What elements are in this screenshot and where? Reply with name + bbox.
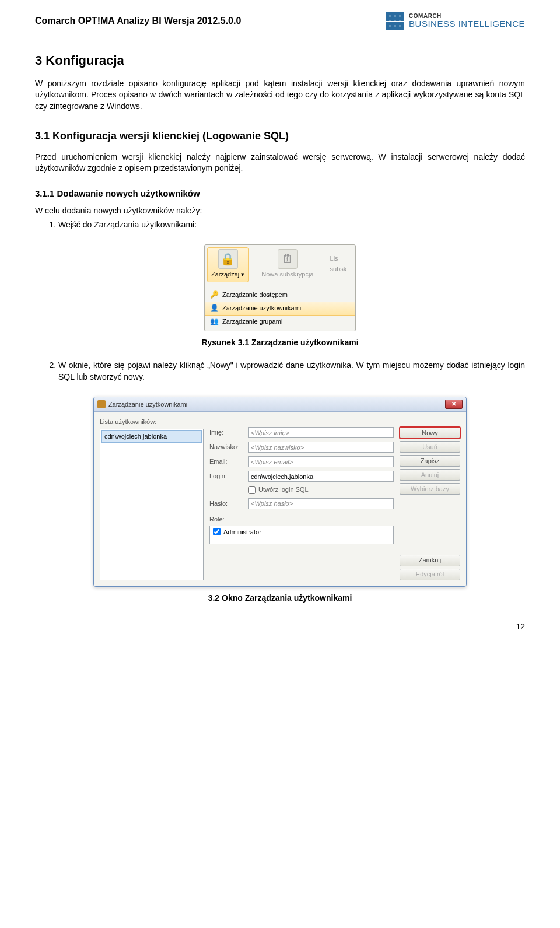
ribbon-list-button[interactable]: Lis subsk: [327, 253, 351, 276]
ribbon-manage-button[interactable]: 🔒 Zarządzaj ▾: [207, 247, 249, 282]
menu-item-users[interactable]: 👤 Zarządzanie użytkownikami: [205, 302, 355, 316]
ribbon-newsub-label: Nowa subskrypcja: [261, 270, 313, 279]
figure-2-caption: 3.2 Okno Zarządzania użytkownikami: [35, 593, 525, 604]
menu-access-label: Zarządzanie dostępem: [222, 290, 288, 299]
step-1: Wejść do Zarządzania użytkownikami:: [58, 219, 525, 231]
heading-3: 3 Konfiguracja: [35, 52, 525, 70]
close-icon: ✕: [452, 400, 456, 408]
wybierz-bazy-button[interactable]: Wybierz bazy: [400, 483, 460, 495]
close-button[interactable]: ✕: [445, 400, 463, 409]
create-sql-login-checkbox[interactable]: [248, 486, 256, 494]
haslo-field[interactable]: [248, 498, 394, 509]
usun-button[interactable]: Usuń: [400, 441, 460, 453]
anuluj-button[interactable]: Anuluj: [400, 469, 460, 481]
para-3-1: Przed uruchomieniem wersji klienckiej na…: [35, 152, 525, 174]
menu-item-access[interactable]: 🔑 Zarządzanie dostępem: [205, 289, 355, 302]
group-icon: 👥: [209, 317, 219, 327]
user-icon: 👤: [209, 304, 219, 313]
login-field[interactable]: [248, 471, 394, 482]
manage-dropdown-menu: 🔑 Zarządzanie dostępem 👤 Zarządzanie uży…: [205, 288, 355, 331]
label-imie: Imię:: [209, 428, 243, 437]
page-header: Comarch OPT!MA Analizy BI Wersja 2012.5.…: [35, 12, 525, 34]
para-3: W poniższym rozdziale opisano konfigurac…: [35, 78, 525, 113]
dialog-titlebar: Zarządzanie użytkownikami ✕: [94, 397, 466, 412]
heading-3-1-1: 3.1.1 Dodawanie nowych użytkowników: [35, 187, 525, 199]
label-email: Email:: [209, 457, 243, 466]
logo-graphic-icon: [386, 12, 404, 30]
email-field[interactable]: [248, 456, 394, 467]
ribbon-list-label-bottom: subsk: [330, 265, 347, 274]
zapisz-button[interactable]: Zapisz: [400, 455, 460, 467]
label-role: Role:: [209, 515, 394, 524]
role-admin-label: Administrator: [223, 528, 261, 537]
figure-1-caption: Rysunek 3.1 Zarządzanie użytkownikami: [35, 337, 525, 349]
dialog-title-text: Zarządzanie użytkownikami: [108, 400, 187, 409]
create-sql-login-label: Utwórz login SQL: [258, 485, 309, 494]
label-login: Login:: [209, 472, 243, 481]
doc-title: Comarch OPT!MA Analizy BI Wersja 2012.5.…: [35, 15, 241, 27]
zamknij-button[interactable]: Zamknij: [400, 555, 460, 566]
dialog-title-icon: [97, 400, 106, 408]
ribbon-manage-label: Zarządzaj: [211, 270, 239, 279]
figure-1: 🔒 Zarządzaj ▾ 🗓 Nowa subskrypcja Lis sub…: [35, 244, 525, 331]
ribbon-list-label-top: Lis: [330, 254, 338, 263]
subscription-icon: 🗓: [278, 249, 298, 269]
lock-icon: 🔒: [218, 249, 238, 269]
comarch-logo: COMARCH BUSINESS INTELLIGENCE: [386, 12, 525, 30]
label-nazwisko: Nazwisko:: [209, 443, 243, 451]
manage-users-dialog: Zarządzanie użytkownikami ✕ Lista użytko…: [93, 397, 467, 586]
list-item[interactable]: cdn\wojciech.jablonka: [102, 430, 202, 443]
intro-3-1-1: W celu dodania nowych użytkowników należ…: [35, 205, 525, 217]
step-2: W oknie, które się pojawi należy kliknąć…: [58, 360, 525, 383]
roles-listbox[interactable]: Administrator: [209, 526, 394, 544]
label-haslo: Hasło:: [209, 499, 243, 508]
heading-3-1: 3.1 Konfiguracja wersji klienckiej (Logo…: [35, 129, 525, 143]
edycja-rol-button[interactable]: Edycja ról: [400, 569, 460, 580]
ribbon-newsub-button[interactable]: 🗓 Nowa subskrypcja: [258, 248, 317, 281]
imie-field[interactable]: [248, 427, 394, 438]
chevron-down-icon: ▾: [241, 270, 244, 279]
ribbon-screenshot: 🔒 Zarządzaj ▾ 🗓 Nowa subskrypcja Lis sub…: [204, 244, 356, 331]
page-number: 12: [35, 621, 525, 633]
key-icon: 🔑: [209, 290, 219, 300]
nazwisko-field[interactable]: [248, 442, 394, 453]
users-listbox[interactable]: cdn\wojciech.jablonka: [100, 429, 204, 580]
nowy-button[interactable]: Nowy: [400, 427, 460, 439]
users-list-label: Lista użytkowników:: [100, 418, 204, 426]
role-admin-checkbox[interactable]: [213, 528, 220, 535]
menu-item-groups[interactable]: 👥 Zarządzanie grupami: [205, 316, 355, 328]
logo-bi-text: BUSINESS INTELLIGENCE: [409, 19, 525, 29]
menu-users-label: Zarządzanie użytkownikami: [222, 304, 301, 313]
menu-groups-label: Zarządzanie grupami: [222, 317, 282, 326]
figure-2: Zarządzanie użytkownikami ✕ Lista użytko…: [35, 397, 525, 586]
